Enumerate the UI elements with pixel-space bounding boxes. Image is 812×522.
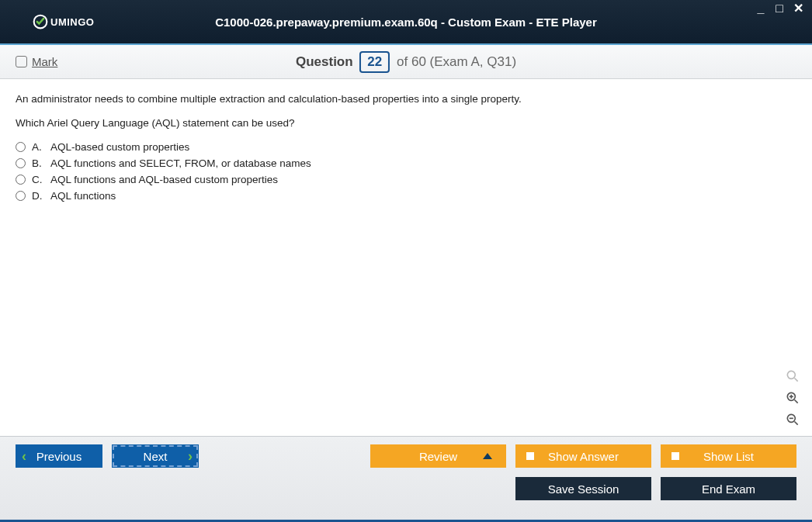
chevron-right-icon: › bbox=[188, 448, 193, 465]
previous-button[interactable]: ‹ Previous bbox=[16, 444, 102, 468]
answer-letter: A. bbox=[32, 141, 46, 153]
show-answer-label: Show Answer bbox=[548, 450, 619, 463]
question-total: of 60 (Exam A, Q31) bbox=[397, 54, 516, 69]
answer-option[interactable]: A. AQL-based custom properties bbox=[16, 141, 796, 153]
review-button[interactable]: Review bbox=[370, 444, 506, 468]
save-session-button[interactable]: Save Session bbox=[515, 477, 651, 500]
question-text-line1: An administrator needs to combine multip… bbox=[16, 93, 796, 105]
mark-checkbox[interactable] bbox=[16, 56, 27, 67]
end-exam-button[interactable]: End Exam bbox=[661, 477, 796, 500]
question-number: 22 bbox=[359, 51, 390, 73]
close-icon[interactable]: ✕ bbox=[792, 3, 804, 14]
question-counter: Question 22 of 60 (Exam A, Q31) bbox=[296, 51, 516, 73]
show-list-button[interactable]: Show List bbox=[661, 444, 796, 468]
answer-option[interactable]: D. AQL functions bbox=[16, 190, 796, 202]
svg-line-8 bbox=[795, 422, 798, 425]
radio-icon[interactable] bbox=[16, 191, 26, 201]
answer-letter: C. bbox=[32, 174, 46, 185]
minimize-icon[interactable]: _ bbox=[755, 3, 767, 14]
question-text-line2: Which Ariel Query Language (AQL) stateme… bbox=[16, 117, 796, 129]
maximize-icon[interactable]: □ bbox=[773, 3, 786, 14]
svg-line-4 bbox=[795, 400, 798, 403]
answer-option[interactable]: B. AQL functions and SELECT, FROM, or da… bbox=[16, 157, 796, 169]
next-button[interactable]: Next › bbox=[112, 444, 199, 468]
show-answer-button[interactable]: Show Answer bbox=[515, 444, 651, 468]
square-icon bbox=[526, 452, 534, 460]
answer-letter: B. bbox=[32, 157, 46, 169]
answer-text: AQL-based custom properties bbox=[50, 141, 189, 153]
save-session-label: Save Session bbox=[548, 482, 619, 496]
checkmark-icon bbox=[33, 14, 48, 29]
square-icon bbox=[671, 452, 679, 460]
window-title: C1000-026.prepaway.premium.exam.60q - Cu… bbox=[215, 16, 597, 29]
next-label: Next bbox=[144, 450, 168, 463]
search-icon[interactable] bbox=[784, 368, 801, 385]
svg-line-2 bbox=[795, 379, 798, 382]
radio-icon[interactable] bbox=[16, 142, 26, 152]
svg-point-1 bbox=[787, 371, 795, 379]
radio-icon[interactable] bbox=[16, 175, 26, 185]
answer-letter: D. bbox=[32, 190, 46, 202]
previous-label: Previous bbox=[36, 450, 82, 463]
question-word: Question bbox=[296, 54, 353, 69]
answer-text: AQL functions and AQL-based custom prope… bbox=[50, 174, 278, 185]
zoom-out-icon[interactable] bbox=[784, 411, 801, 428]
answer-text: AQL functions bbox=[50, 190, 116, 202]
app-logo: UMINGO bbox=[33, 14, 94, 29]
answer-option[interactable]: C. AQL functions and AQL-based custom pr… bbox=[16, 174, 796, 185]
brand-text: UMINGO bbox=[50, 16, 94, 28]
triangle-up-icon bbox=[483, 453, 492, 459]
answer-text: AQL functions and SELECT, FROM, or datab… bbox=[50, 157, 311, 169]
end-exam-label: End Exam bbox=[702, 482, 755, 496]
show-list-label: Show List bbox=[703, 450, 754, 463]
mark-label[interactable]: Mark bbox=[32, 55, 57, 68]
review-label: Review bbox=[419, 450, 457, 463]
radio-icon[interactable] bbox=[16, 158, 26, 168]
chevron-left-icon: ‹ bbox=[22, 448, 26, 465]
zoom-in-icon[interactable] bbox=[784, 389, 801, 406]
